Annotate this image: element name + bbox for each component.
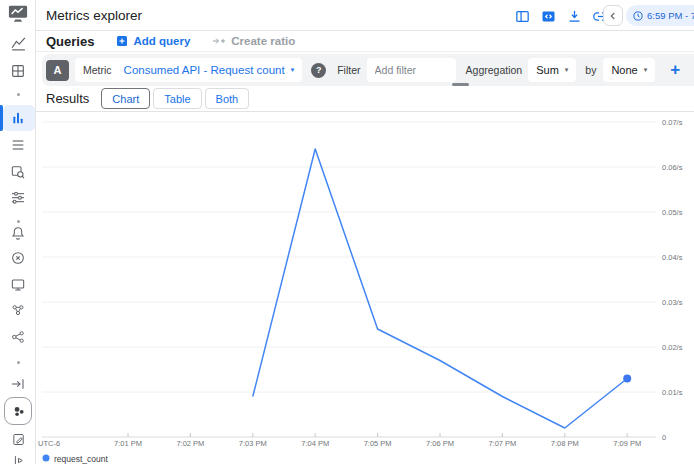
- queries-heading: Queries: [46, 34, 94, 49]
- tab-both[interactable]: Both: [205, 88, 250, 109]
- metric-label: Metric: [83, 64, 112, 76]
- results-chart[interactable]: 00.01/s0.02/s0.03/s0.04/s0.05/s0.06/s0.0…: [36, 112, 694, 464]
- tune-icon[interactable]: [0, 184, 36, 210]
- filter-text-field[interactable]: [375, 64, 448, 76]
- svg-text:0.06/s: 0.06/s: [662, 163, 683, 172]
- filter-label: Filter: [337, 64, 360, 76]
- add-query-button[interactable]: Add query: [116, 35, 190, 47]
- plus-square-icon: [116, 35, 128, 47]
- svg-text:0.05/s: 0.05/s: [662, 208, 683, 217]
- svg-text:0.01/s: 0.01/s: [662, 388, 683, 397]
- results-heading: Results: [46, 91, 89, 106]
- by-label: by: [585, 64, 596, 76]
- svg-text:0.02/s: 0.02/s: [662, 343, 683, 352]
- svg-text:7:09 PM: 7:09 PM: [613, 439, 641, 448]
- search-box-icon[interactable]: [0, 159, 36, 185]
- collapse-panel-icon[interactable]: [0, 447, 36, 464]
- list-icon[interactable]: [0, 132, 36, 158]
- tab-chart[interactable]: Chart: [101, 88, 150, 109]
- sidebar: [0, 0, 36, 464]
- section-divider-dot: [0, 81, 36, 107]
- help-icon[interactable]: ?: [311, 63, 326, 78]
- add-query-label: Add query: [133, 35, 190, 47]
- app-bar: Metrics explorer: [36, 0, 694, 31]
- time-range-label: 6:59 PM - 7:0: [647, 10, 694, 21]
- svg-text:7:05 PM: 7:05 PM: [364, 439, 392, 448]
- monitor-icon[interactable]: [0, 272, 36, 298]
- hub-icon[interactable]: [0, 324, 36, 350]
- svg-text:7:02 PM: 7:02 PM: [176, 439, 204, 448]
- query-editor-icon[interactable]: [540, 8, 557, 25]
- chevron-down-icon: ▾: [565, 66, 569, 74]
- legend-panel-icon[interactable]: [514, 8, 531, 25]
- chart-panel: 00.01/s0.02/s0.03/s0.04/s0.05/s0.06/s0.0…: [36, 112, 694, 464]
- download-icon[interactable]: [566, 8, 583, 25]
- group-nodes-icon[interactable]: [0, 297, 36, 323]
- create-ratio-button[interactable]: Create ratio: [212, 35, 295, 47]
- appbar-actions: [514, 4, 609, 28]
- filter-input[interactable]: [367, 58, 456, 82]
- chevron-down-icon: ▾: [644, 66, 648, 74]
- svg-text:7:01 PM: 7:01 PM: [114, 439, 142, 448]
- chevron-down-icon: ▾: [291, 66, 295, 74]
- svg-text:7:04 PM: 7:04 PM: [301, 439, 329, 448]
- add-aggregation-button[interactable]: +: [670, 60, 680, 80]
- svg-text:7:07 PM: 7:07 PM: [488, 439, 516, 448]
- create-ratio-label: Create ratio: [231, 35, 295, 47]
- metric-dropdown[interactable]: Metric Consumed API - Request count ▾: [75, 58, 302, 82]
- tab-table[interactable]: Table: [153, 88, 201, 109]
- area-chart-icon[interactable]: [0, 30, 36, 56]
- arrow-into-bar-icon[interactable]: [0, 371, 36, 397]
- group-by-dropdown[interactable]: None ▾: [603, 58, 655, 82]
- monitoring-logo-icon[interactable]: [0, 1, 36, 27]
- svg-text:0.03/s: 0.03/s: [662, 298, 683, 307]
- ratio-icon: [212, 36, 226, 46]
- chevron-left-button[interactable]: [603, 5, 623, 26]
- circles-cluster-icon[interactable]: [0, 396, 36, 426]
- query-builder: A Metric Consumed API - Request count ▾ …: [42, 54, 694, 86]
- svg-text:0: 0: [662, 433, 666, 442]
- time-range-picker[interactable]: 6:59 PM - 7:0: [626, 5, 694, 26]
- bell-icon[interactable]: [0, 220, 36, 246]
- metric-value: Consumed API - Request count: [124, 64, 285, 76]
- clock-icon: [632, 10, 644, 22]
- svg-text:request_count: request_count: [54, 454, 109, 464]
- view-tabs: Chart Table Both: [101, 88, 249, 109]
- group-by-value: None: [611, 64, 637, 76]
- aggregation-dropdown[interactable]: Sum ▾: [528, 58, 576, 82]
- query-letter-badge: A: [46, 60, 69, 81]
- svg-text:7:06 PM: 7:06 PM: [426, 439, 454, 448]
- svg-text:0.07/s: 0.07/s: [662, 118, 683, 127]
- bar-chart-icon[interactable]: [0, 105, 36, 131]
- svg-text:0.04/s: 0.04/s: [662, 253, 683, 262]
- results-row: Results Chart Table Both: [36, 86, 694, 112]
- aggregation-label: Aggregation: [466, 64, 523, 76]
- svg-text:UTC-6: UTC-6: [38, 439, 60, 448]
- queries-row: Queries Add query Create ratio: [36, 31, 694, 52]
- svg-text:7:08 PM: 7:08 PM: [551, 439, 579, 448]
- target-icon[interactable]: [0, 245, 36, 271]
- aggregation-value: Sum: [536, 64, 559, 76]
- svg-text:7:03 PM: 7:03 PM: [239, 439, 267, 448]
- page-title: Metrics explorer: [46, 8, 142, 23]
